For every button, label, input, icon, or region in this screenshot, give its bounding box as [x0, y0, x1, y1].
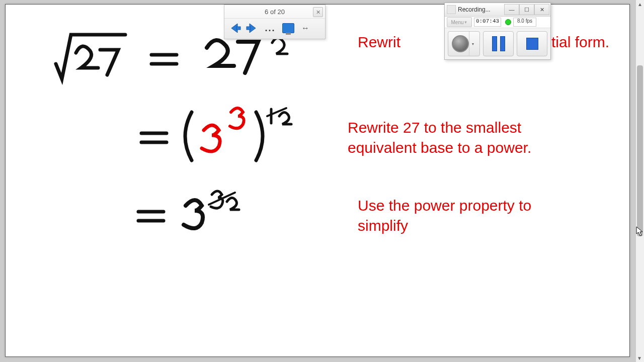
- scroll-thumb[interactable]: [637, 65, 643, 236]
- recorder-title: Recording...: [458, 6, 491, 13]
- monitor-icon: [282, 23, 294, 33]
- annotation-line1-right: tial form.: [551, 32, 609, 53]
- math-step3-exp: [209, 191, 239, 210]
- math-step2-paren-close: [256, 112, 263, 160]
- nav-present-button[interactable]: [282, 22, 295, 35]
- recorder-maximize-button[interactable]: ☐: [519, 4, 534, 15]
- nav-prev-button[interactable]: [228, 22, 242, 35]
- math-step2-outer-exp: [267, 108, 291, 124]
- nav-close-button[interactable]: ✕: [313, 7, 323, 17]
- ellipsis-icon: ...: [265, 23, 275, 34]
- recorder-fps: 8.0 fps: [513, 18, 536, 27]
- annotation-line3b: simplify: [358, 216, 408, 236]
- arrow-right-icon: [246, 22, 259, 35]
- annotation-line2b: equivalent base to a power.: [348, 138, 531, 158]
- record-split-dropdown[interactable]: ▾: [469, 32, 476, 56]
- recorder-minimize-button[interactable]: —: [504, 4, 519, 15]
- scroll-down-button[interactable]: ▼: [636, 354, 643, 362]
- math-step1-right-exp: [272, 38, 287, 54]
- svg-rect-9: [247, 27, 251, 30]
- annotation-line1-left: Rewrit: [358, 32, 400, 53]
- nav-button-row: ... ↔: [224, 19, 325, 39]
- recorder-titlebar[interactable]: Recording... — ☐ ✕: [445, 3, 550, 17]
- page-nav-toolbar: 6 of 20 ✕ ... ↔: [224, 5, 326, 39]
- pause-icon: [492, 36, 505, 51]
- scroll-up-button[interactable]: ▲: [636, 0, 643, 8]
- math-step3-base-3: [184, 200, 203, 228]
- math-equals-1: [151, 55, 177, 64]
- nav-swap-button[interactable]: ↔: [299, 22, 312, 35]
- math-step1-right-base: [207, 40, 258, 73]
- stop-button[interactable]: [517, 31, 547, 56]
- math-step2-base-3: [202, 125, 220, 151]
- record-button[interactable]: ▾: [448, 31, 480, 56]
- pause-button[interactable]: [483, 31, 514, 56]
- recorder-controls: ▾: [445, 28, 550, 59]
- annotation-line2a: Rewrite 27 to the smallest: [348, 118, 521, 138]
- record-icon: [452, 35, 469, 52]
- math-step2-paren-open: [185, 112, 192, 160]
- nav-page-label: 6 of 20: [265, 8, 285, 16]
- nav-more-button[interactable]: ...: [263, 22, 278, 35]
- recorder-statusbar: Menu 0:07:43 8.0 fps: [445, 17, 550, 28]
- annotation-line3a: Use the power property to: [358, 196, 531, 216]
- nav-next-button[interactable]: [246, 22, 259, 35]
- stop-icon: [526, 38, 538, 50]
- recorder-close-button[interactable]: ✕: [534, 4, 549, 15]
- recorder-status-indicator: [505, 19, 511, 25]
- math-equals-3: [138, 212, 164, 221]
- arrow-left-icon: [228, 22, 242, 35]
- whiteboard-canvas: Rewrit tial form. Rewrite 27 to the smal…: [5, 4, 630, 357]
- recorder-menu-dropdown[interactable]: Menu: [447, 17, 472, 27]
- vertical-scrollbar[interactable]: ▲ ▼: [636, 0, 644, 362]
- math-equals-2: [141, 133, 167, 142]
- math-step2-exp-3: [230, 108, 244, 128]
- recorder-timecode: 0:07:43: [474, 18, 501, 27]
- svg-rect-8: [236, 27, 240, 30]
- nav-title: 6 of 20 ✕: [224, 5, 325, 19]
- recorder-app-icon: [447, 5, 456, 14]
- recorder-window: Recording... — ☐ ✕ Menu 0:07:43 8.0 fps …: [444, 3, 551, 60]
- swap-arrows-icon: ↔: [301, 24, 309, 33]
- math-step1-left: [56, 35, 125, 79]
